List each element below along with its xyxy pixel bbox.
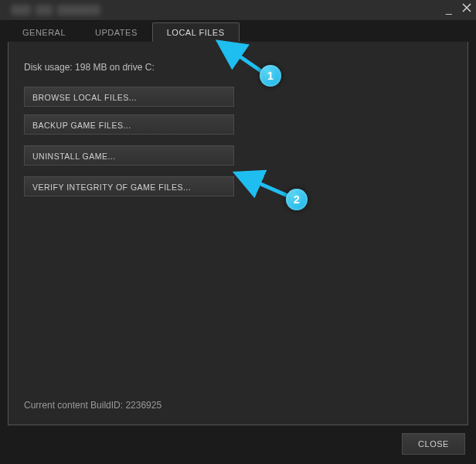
tab-local-files[interactable]: LOCAL FILES (152, 22, 240, 42)
uninstall-game-button[interactable]: UNINSTALL GAME... (24, 145, 234, 165)
window-controls: _ (444, 3, 471, 14)
browse-local-files-button[interactable]: BROWSE LOCAL FILES... (24, 87, 234, 107)
verify-integrity-button[interactable]: VERIFY INTEGRITY OF GAME FILES... (24, 176, 234, 196)
title-text-blurred (11, 5, 104, 15)
minimize-icon[interactable]: _ (444, 3, 454, 14)
backup-game-files-button[interactable]: BACKUP GAME FILES... (24, 114, 234, 135)
tab-bar: GENERAL UPDATES LOCAL FILES (8, 22, 468, 43)
close-icon[interactable] (462, 3, 471, 12)
tab-updates[interactable]: UPDATES (80, 22, 152, 42)
tab-general[interactable]: GENERAL (8, 22, 80, 42)
build-id-label: Current content BuildID: 2236925 (24, 400, 162, 411)
local-files-panel: Disk usage: 198 MB on drive C: BROWSE LO… (8, 42, 468, 425)
disk-usage-label: Disk usage: 198 MB on drive C: (24, 62, 452, 73)
close-button[interactable]: CLOSE (402, 433, 465, 455)
title-bar: _ (0, 0, 476, 21)
